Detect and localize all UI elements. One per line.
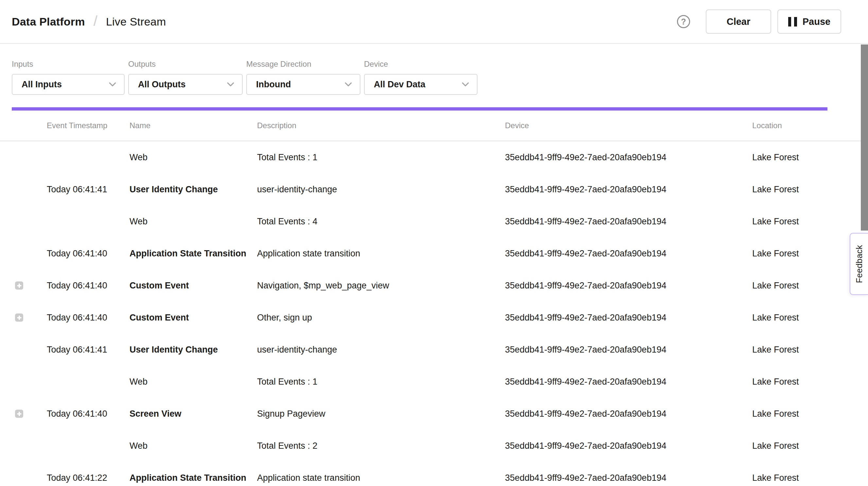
inputs-dropdown-value: All Inputs xyxy=(22,80,62,90)
event-location-cell: Lake Forest xyxy=(752,441,828,451)
table-row[interactable]: Today 06:41:41 User Identity Change user… xyxy=(0,173,868,205)
event-location-cell: Lake Forest xyxy=(752,281,828,291)
event-description-cell: Total Events : 2 xyxy=(257,441,505,451)
event-device-cell: 35eddb41-9ff9-49e2-7aed-20afa90eb194 xyxy=(505,441,752,451)
event-device-cell: 35eddb41-9ff9-49e2-7aed-20afa90eb194 xyxy=(505,216,752,226)
table-row[interactable]: Today 06:41:40 Custom Event Navigation, … xyxy=(0,270,868,302)
event-location-cell: Lake Forest xyxy=(752,184,828,194)
event-timestamp-cell: Today 06:41:40 xyxy=(47,281,129,291)
outputs-dropdown[interactable]: All Outputs xyxy=(128,74,243,95)
chevron-down-icon xyxy=(343,80,353,89)
event-device-cell: 35eddb41-9ff9-49e2-7aed-20afa90eb194 xyxy=(505,313,752,323)
help-icon[interactable]: ? xyxy=(677,15,690,28)
table-row[interactable]: Today 06:41:40 Screen View Signup Pagevi… xyxy=(0,398,868,430)
filter-group-outputs: Outputs All Outputs xyxy=(128,60,243,107)
device-dropdown[interactable]: All Dev Data xyxy=(364,74,477,95)
event-description-cell: Total Events : 1 xyxy=(257,152,505,162)
event-name-cell: Web xyxy=(129,377,257,387)
event-device-cell: 35eddb41-9ff9-49e2-7aed-20afa90eb194 xyxy=(505,248,752,259)
outputs-dropdown-value: All Outputs xyxy=(138,80,185,90)
event-device-cell: 35eddb41-9ff9-49e2-7aed-20afa90eb194 xyxy=(505,473,752,483)
chevron-down-icon xyxy=(226,80,236,89)
event-location-cell: Lake Forest xyxy=(752,248,828,259)
message-direction-dropdown[interactable]: Inbound xyxy=(246,74,361,95)
event-name-cell: Application State Transition xyxy=(129,248,257,259)
table-body: Web Total Events : 1 35eddb41-9ff9-49e2-… xyxy=(0,141,868,486)
event-description-cell: user-identity-change xyxy=(257,184,505,194)
filter-label-device: Device xyxy=(364,60,477,69)
header-actions: ? Clear Pause xyxy=(677,9,841,34)
column-header-location: Location xyxy=(752,121,828,130)
event-timestamp-cell: Today 06:41:40 xyxy=(47,313,129,323)
event-device-cell: 35eddb41-9ff9-49e2-7aed-20afa90eb194 xyxy=(505,184,752,194)
column-header-name: Name xyxy=(129,121,257,130)
event-name-cell: Custom Event xyxy=(129,281,257,291)
inputs-dropdown[interactable]: All Inputs xyxy=(12,74,125,95)
filter-label-outputs: Outputs xyxy=(128,60,243,69)
event-timestamp-cell: Today 06:41:40 xyxy=(47,248,129,259)
event-timestamp-cell: Today 06:41:41 xyxy=(47,184,129,194)
event-name-cell: Custom Event xyxy=(129,313,257,323)
filter-bar: Inputs All Inputs Outputs All Outputs Me… xyxy=(0,44,868,107)
event-location-cell: Lake Forest xyxy=(752,377,828,387)
table-row[interactable]: Web Total Events : 1 35eddb41-9ff9-49e2-… xyxy=(0,141,868,173)
event-device-cell: 35eddb41-9ff9-49e2-7aed-20afa90eb194 xyxy=(505,345,752,355)
event-location-cell: Lake Forest xyxy=(752,345,828,355)
device-dropdown-value: All Dev Data xyxy=(374,80,426,90)
pause-button[interactable]: Pause xyxy=(777,9,841,34)
chevron-down-icon xyxy=(461,80,470,89)
breadcrumb-item-data-platform[interactable]: Data Platform xyxy=(12,16,85,28)
event-timestamp-cell: Today 06:41:40 xyxy=(47,409,129,419)
table-header-row: Event Timestamp Name Description Device … xyxy=(0,111,868,141)
event-timestamp-cell: Today 06:41:22 xyxy=(47,473,129,483)
feedback-tab[interactable]: Feedback xyxy=(850,233,868,295)
chevron-down-icon xyxy=(107,80,117,89)
pause-icon xyxy=(788,17,797,27)
event-name-cell: User Identity Change xyxy=(129,345,257,355)
table-row[interactable]: Web Total Events : 4 35eddb41-9ff9-49e2-… xyxy=(0,205,868,238)
event-description-cell: Total Events : 1 xyxy=(257,377,505,387)
event-location-cell: Lake Forest xyxy=(752,409,828,419)
table-row[interactable]: Today 06:41:41 User Identity Change user… xyxy=(0,334,868,366)
feedback-tab-label: Feedback xyxy=(854,245,864,283)
filter-label-inputs: Inputs xyxy=(12,60,125,69)
vertical-scrollbar-thumb[interactable] xyxy=(861,44,868,231)
table-row[interactable]: Today 06:41:40 Application State Transit… xyxy=(0,238,868,270)
event-description-cell: Navigation, $mp_web_page_view xyxy=(257,281,505,291)
event-location-cell: Lake Forest xyxy=(752,473,828,483)
table-row[interactable]: Web Total Events : 1 35eddb41-9ff9-49e2-… xyxy=(0,366,868,398)
table-row[interactable]: Today 06:41:22 Application State Transit… xyxy=(0,462,868,486)
breadcrumb: Data Platform / Live Stream xyxy=(12,13,166,30)
event-name-cell: Web xyxy=(129,441,257,451)
event-device-cell: 35eddb41-9ff9-49e2-7aed-20afa90eb194 xyxy=(505,409,752,419)
event-name-cell: Screen View xyxy=(129,409,257,419)
event-name-cell: User Identity Change xyxy=(129,184,257,194)
filter-group-device: Device All Dev Data xyxy=(364,60,477,107)
event-description-cell: Signup Pageview xyxy=(257,409,505,419)
event-name-cell: Application State Transition xyxy=(129,473,257,483)
clear-button[interactable]: Clear xyxy=(706,9,771,34)
filter-group-message-direction: Message Direction Inbound xyxy=(246,60,361,107)
breadcrumb-item-live-stream: Live Stream xyxy=(106,16,166,28)
column-header-device: Device xyxy=(505,121,752,130)
event-device-cell: 35eddb41-9ff9-49e2-7aed-20afa90eb194 xyxy=(505,152,752,162)
page-header: Data Platform / Live Stream ? Clear Paus… xyxy=(0,0,868,44)
event-location-cell: Lake Forest xyxy=(752,216,828,226)
event-description-cell: Application state transition xyxy=(257,248,505,259)
filter-group-inputs: Inputs All Inputs xyxy=(12,60,125,107)
event-device-cell: 35eddb41-9ff9-49e2-7aed-20afa90eb194 xyxy=(505,281,752,291)
event-name-cell: Web xyxy=(129,152,257,162)
event-timestamp-cell: Today 06:41:41 xyxy=(47,345,129,355)
table-row[interactable]: Web Total Events : 2 35eddb41-9ff9-49e2-… xyxy=(0,430,868,462)
event-description-cell: Other, sign up xyxy=(257,313,505,323)
event-description-cell: user-identity-change xyxy=(257,345,505,355)
event-device-cell: 35eddb41-9ff9-49e2-7aed-20afa90eb194 xyxy=(505,377,752,387)
event-name-cell: Web xyxy=(129,216,257,226)
events-table: Event Timestamp Name Description Device … xyxy=(0,111,868,486)
event-description-cell: Total Events : 4 xyxy=(257,216,505,226)
column-header-event-timestamp: Event Timestamp xyxy=(47,121,129,130)
pause-button-label: Pause xyxy=(803,17,830,27)
event-description-cell: Application state transition xyxy=(257,473,505,483)
message-direction-dropdown-value: Inbound xyxy=(256,80,291,90)
table-row[interactable]: Today 06:41:40 Custom Event Other, sign … xyxy=(0,302,868,334)
